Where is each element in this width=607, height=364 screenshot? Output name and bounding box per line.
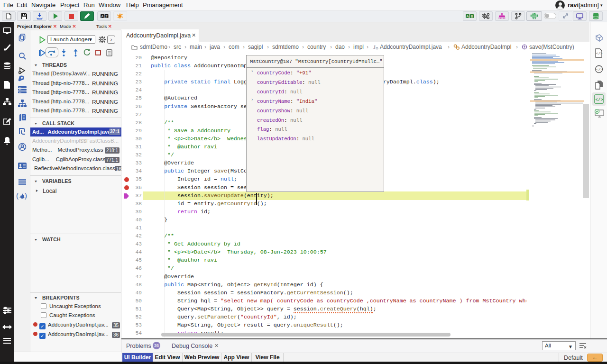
svg-text:J: J <box>373 45 376 50</box>
svg-text:Z: Z <box>105 15 108 18</box>
svg-text:</>: </> <box>596 68 603 72</box>
svg-text:B: B <box>471 15 473 18</box>
svg-text:</>: </> <box>596 98 603 102</box>
svg-text:A: A <box>467 15 469 18</box>
svg-text:A: A <box>101 15 104 18</box>
svg-text:</>: </> <box>596 52 603 55</box>
